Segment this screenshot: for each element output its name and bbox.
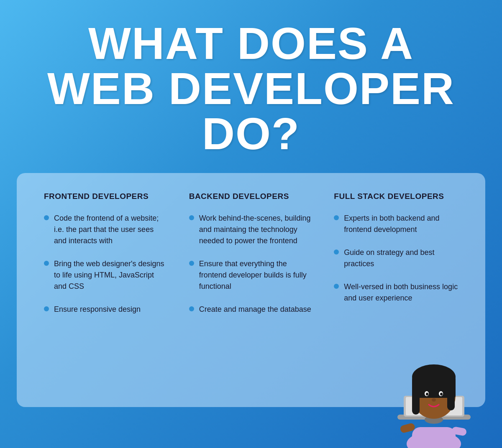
backend-list: Work behind-the-scenes, building and mai… xyxy=(189,213,313,315)
frontend-bullet-1: Code the frontend of a website; i.e. the… xyxy=(54,213,168,247)
header-section: WHAT DOES A WEB DEVELOPER DO? xyxy=(0,0,502,173)
list-item: Ensure that everything the frontend deve… xyxy=(189,258,313,292)
fullstack-bullet-2: Guide on strategy and best practices xyxy=(344,247,458,270)
bullet-dot-icon xyxy=(334,215,339,220)
list-item: Well-versed in both business logic and u… xyxy=(334,281,458,304)
bullet-dot-icon xyxy=(44,261,49,266)
backend-bullet-2: Ensure that everything the frontend deve… xyxy=(199,258,313,292)
list-item: Work behind-the-scenes, building and mai… xyxy=(189,213,313,247)
frontend-column: FRONTEND DEVELOPERS Code the frontend of… xyxy=(38,192,174,386)
list-item: Guide on strategy and best practices xyxy=(334,247,458,270)
main-title: WHAT DOES A WEB DEVELOPER DO? xyxy=(25,21,477,156)
title-line1: WHAT DOES A xyxy=(88,18,414,69)
fullstack-list: Experts in both backend and frontend dev… xyxy=(334,213,458,304)
list-item: Code the frontend of a website; i.e. the… xyxy=(44,213,168,247)
list-item: Create and manage the database xyxy=(189,304,313,315)
bullet-dot-icon xyxy=(44,306,49,311)
fullstack-bullet-1: Experts in both backend and frontend dev… xyxy=(344,213,458,235)
svg-point-17 xyxy=(440,393,443,396)
frontend-list: Code the frontend of a website; i.e. the… xyxy=(44,213,168,315)
bullet-dot-icon xyxy=(189,306,194,311)
list-item: Ensure responsive design xyxy=(44,304,168,315)
list-item: Bring the web designer's designs to life… xyxy=(44,258,168,292)
bullet-dot-icon xyxy=(334,284,339,289)
fullstack-title: FULL STACK DEVELOPERS xyxy=(334,192,458,201)
frontend-title: FRONTEND DEVELOPERS xyxy=(44,192,168,201)
person-illustration xyxy=(389,323,485,448)
backend-column: BACKEND DEVELOPERS Work behind-the-scene… xyxy=(183,192,320,386)
backend-bullet-3: Create and manage the database xyxy=(199,304,311,315)
svg-rect-11 xyxy=(447,381,455,410)
frontend-bullet-2: Bring the web designer's designs to life… xyxy=(54,258,168,292)
bullet-dot-icon xyxy=(189,215,194,220)
svg-point-16 xyxy=(426,393,428,396)
bullet-dot-icon xyxy=(44,215,49,220)
list-item: Experts in both backend and frontend dev… xyxy=(334,213,458,235)
backend-bullet-1: Work behind-the-scenes, building and mai… xyxy=(199,213,313,247)
bullet-dot-icon xyxy=(189,261,194,266)
svg-rect-5 xyxy=(412,427,456,448)
backend-title: BACKEND DEVELOPERS xyxy=(189,192,313,201)
fullstack-bullet-3: Well-versed in both business logic and u… xyxy=(344,281,458,304)
svg-rect-10 xyxy=(412,381,420,415)
svg-point-18 xyxy=(432,398,436,402)
frontend-bullet-3: Ensure responsive design xyxy=(54,304,141,315)
bullet-dot-icon xyxy=(334,249,339,255)
title-line2: WEB DEVELOPER DO? xyxy=(47,63,455,159)
